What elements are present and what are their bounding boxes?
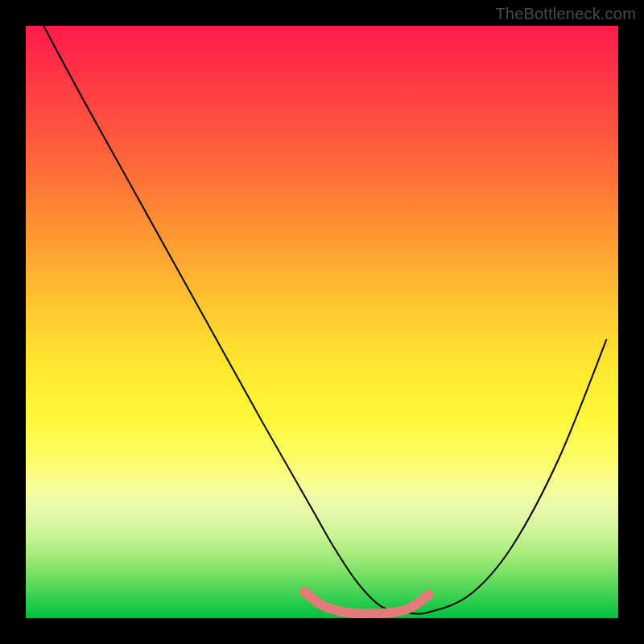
pink-floor-curve	[304, 592, 429, 614]
black-curve	[43, 26, 606, 614]
watermark-text: TheBottleneck.com	[495, 5, 636, 23]
curve-overlay	[26, 26, 618, 618]
chart-frame: TheBottleneck.com	[0, 0, 644, 644]
plot-area	[26, 26, 618, 618]
